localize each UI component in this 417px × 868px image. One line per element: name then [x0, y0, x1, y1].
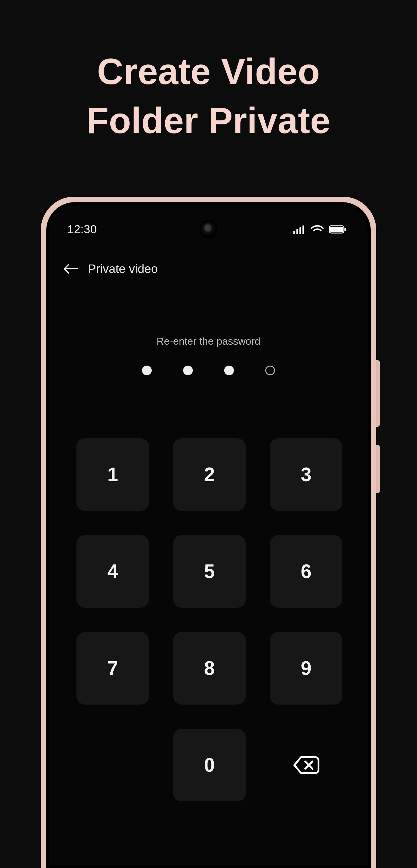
- app-bar: Private video: [49, 257, 368, 281]
- svg-rect-0: [293, 231, 295, 234]
- phone-side-button-lower: [376, 445, 380, 493]
- promo-title-line-1: Create Video: [0, 47, 417, 96]
- pin-dot-1: [142, 366, 152, 375]
- promo-title: Create Video Folder Private: [0, 47, 417, 145]
- keypad-backspace[interactable]: [270, 729, 342, 801]
- phone-bezel: 12:30: [46, 202, 371, 868]
- keypad-2[interactable]: 2: [173, 438, 246, 511]
- pin-dot-2: [183, 366, 193, 375]
- promo-canvas: Create Video Folder Private 12:30: [0, 0, 417, 868]
- status-right: [293, 224, 347, 234]
- keypad-6[interactable]: 6: [270, 535, 342, 608]
- keypad-8[interactable]: 8: [173, 632, 246, 705]
- app-bar-title: Private video: [88, 262, 158, 276]
- phone-screen: 12:30: [49, 205, 368, 865]
- keypad-0[interactable]: 0: [173, 729, 246, 801]
- pin-keypad: 1 2 3 4 5 6 7 8 9 0: [49, 438, 368, 865]
- signal-icon: [293, 225, 306, 234]
- arrow-left-icon: [63, 263, 79, 275]
- pin-dot-3: [224, 366, 234, 375]
- keypad-9[interactable]: 9: [270, 632, 342, 705]
- back-button[interactable]: [63, 260, 79, 277]
- svg-rect-2: [300, 227, 301, 234]
- svg-rect-6: [345, 228, 346, 231]
- keypad-3[interactable]: 3: [270, 438, 342, 511]
- phone-side-button-upper: [376, 360, 380, 427]
- pin-dot-4: [265, 366, 275, 375]
- status-time: 12:30: [67, 223, 97, 236]
- svg-rect-1: [297, 229, 298, 234]
- wifi-icon: [311, 224, 324, 234]
- pin-dots: [49, 366, 368, 375]
- keypad-4[interactable]: 4: [76, 535, 149, 608]
- keypad-blank: [76, 729, 149, 801]
- keypad-7[interactable]: 7: [76, 632, 149, 705]
- svg-rect-5: [330, 227, 343, 232]
- phone-frame: 12:30: [41, 197, 376, 868]
- battery-icon: [329, 225, 347, 234]
- promo-title-line-2: Folder Private: [0, 96, 417, 145]
- password-prompt: Re-enter the password: [49, 335, 368, 347]
- keypad-1[interactable]: 1: [76, 438, 149, 511]
- svg-rect-3: [303, 225, 304, 234]
- status-bar: 12:30: [49, 220, 368, 239]
- backspace-icon: [292, 755, 320, 775]
- keypad-5[interactable]: 5: [173, 535, 246, 608]
